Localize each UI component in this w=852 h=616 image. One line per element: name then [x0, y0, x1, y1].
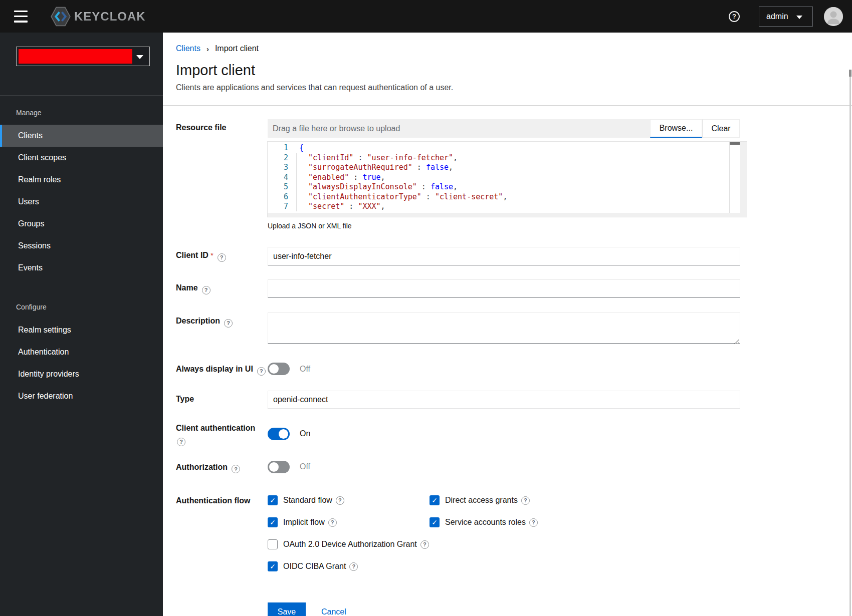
help-icon[interactable] — [232, 465, 240, 473]
always-display-row: Always display in UI Off — [176, 361, 852, 376]
cancel-link[interactable]: Cancel — [321, 607, 346, 616]
code-line: 7 "secret" : "XXX", — [268, 202, 740, 212]
realm-selector-dropdown[interactable] — [16, 47, 150, 66]
nav-section: ManageClientsClient scopesRealm rolesUse… — [0, 109, 163, 279]
clear-button[interactable]: Clear — [702, 119, 740, 138]
help-icon[interactable] — [729, 11, 740, 22]
help-icon[interactable] — [349, 562, 358, 571]
import-client-form: Resource file Browse... Clear 1{2 "clien… — [163, 106, 852, 616]
checkbox-label: Service accounts roles — [445, 518, 526, 527]
sidebar-item-user-federation[interactable]: User federation — [0, 385, 163, 407]
help-icon[interactable] — [202, 286, 210, 294]
sidebar-item-realm-roles[interactable]: Realm roles — [0, 169, 163, 191]
always-display-state: Off — [300, 365, 310, 374]
browse-button[interactable]: Browse... — [650, 119, 702, 138]
sidebar-item-sessions[interactable]: Sessions — [0, 235, 163, 257]
code-editor-surface[interactable]: 1{2 "clientId" : "user-info-fetcher",3 "… — [268, 142, 740, 213]
nav-toggle-icon[interactable] — [14, 11, 29, 23]
help-icon[interactable] — [336, 496, 344, 505]
authorization-state: Off — [300, 462, 310, 471]
sidebar-item-realm-settings[interactable]: Realm settings — [0, 319, 163, 341]
brand-text: KEYCLOAK — [74, 10, 146, 24]
code-editor[interactable]: 1{2 "clientId" : "user-info-fetcher",3 "… — [268, 142, 747, 217]
required-asterisk: * — [210, 251, 214, 259]
type-label: Type — [176, 395, 194, 403]
sidebar-item-authentication[interactable]: Authentication — [0, 341, 163, 363]
sidebar: ManageClientsClient scopesRealm rolesUse… — [0, 33, 163, 616]
nav-section: ConfigureRealm settingsAuthenticationIde… — [0, 303, 163, 407]
line-number: 6 — [268, 192, 288, 202]
breadcrumb-clients-link[interactable]: Clients — [176, 44, 200, 53]
file-upload-input[interactable] — [268, 119, 650, 138]
always-display-toggle[interactable] — [268, 363, 290, 375]
help-icon[interactable] — [218, 253, 226, 262]
authentication-flow-label: Authentication flow — [176, 496, 250, 505]
client-id-input[interactable] — [268, 247, 740, 265]
avatar[interactable] — [824, 7, 843, 26]
user-menu-label: admin — [766, 12, 788, 21]
code-line: 6 "clientAuthenticatorType" : "client-se… — [268, 192, 740, 202]
help-icon[interactable] — [420, 540, 429, 549]
sidebar-nav: ManageClientsClient scopesRealm rolesUse… — [0, 109, 163, 407]
type-input[interactable] — [268, 391, 740, 409]
sidebar-item-identity-providers[interactable]: Identity providers — [0, 363, 163, 385]
editor-scrollbar-thumb[interactable] — [730, 142, 740, 145]
checkbox-checked-icon[interactable] — [268, 517, 278, 527]
chevron-down-icon — [136, 52, 143, 61]
type-row: Type — [176, 391, 852, 409]
help-icon[interactable] — [529, 518, 538, 527]
line-number: 2 — [268, 153, 288, 163]
breadcrumb: Clients Import client — [176, 44, 752, 53]
resource-file-label: Resource file — [176, 123, 226, 132]
page-subtitle: Clients are applications and services th… — [176, 83, 752, 92]
help-icon[interactable] — [224, 319, 233, 328]
client-authentication-toggle[interactable] — [268, 428, 290, 440]
name-input[interactable] — [268, 279, 740, 298]
always-display-label: Always display in UI — [176, 365, 253, 373]
upload-helper-text: Upload a JSON or XML file — [268, 222, 740, 230]
help-icon[interactable] — [257, 367, 266, 376]
help-icon[interactable] — [177, 438, 185, 446]
checkbox-checked-icon[interactable] — [268, 495, 278, 505]
page-scrollbar[interactable] — [849, 77, 851, 616]
chevron-right-icon — [206, 45, 209, 53]
checkbox-direct-access-grants[interactable]: Direct access grants — [430, 495, 740, 505]
help-icon[interactable] — [328, 518, 337, 527]
checkbox-checked-icon[interactable] — [430, 517, 440, 527]
checkbox-unchecked-icon[interactable] — [268, 539, 278, 549]
checkbox-standard-flow[interactable]: Standard flow — [268, 495, 430, 505]
checkbox-implicit-flow[interactable]: Implicit flow — [268, 517, 430, 527]
client-authentication-row: Client authentication On — [176, 420, 852, 446]
authorization-row: Authorization Off — [176, 459, 852, 474]
code-line: 4 "enabled" : true, — [268, 173, 740, 183]
authentication-flow-row: Authentication flow Standard flowDirect … — [176, 492, 852, 571]
keycloak-logo: KEYCLOAK — [50, 6, 146, 27]
authorization-toggle[interactable] — [268, 461, 290, 473]
checkbox-checked-icon[interactable] — [268, 561, 278, 571]
checkbox-oauth-2-0-device-authorization-grant[interactable]: OAuth 2.0 Device Authorization Grant — [268, 539, 740, 549]
sidebar-item-events[interactable]: Events — [0, 257, 163, 279]
checkbox-checked-icon[interactable] — [430, 495, 440, 505]
checkbox-label: Implicit flow — [283, 518, 325, 527]
line-number: 7 — [268, 202, 288, 212]
checkbox-label: OIDC CIBA Grant — [283, 562, 346, 571]
code-line: 2 "clientId" : "user-info-fetcher", — [268, 153, 740, 163]
client-id-label: Client ID — [176, 251, 208, 259]
checkbox-oidc-ciba-grant[interactable]: OIDC CIBA Grant — [268, 561, 740, 571]
sidebar-item-clients[interactable]: Clients — [0, 125, 163, 147]
page-title: Import client — [176, 62, 752, 79]
keycloak-admin-console: KEYCLOAK admin ManageClien — [0, 0, 852, 616]
description-textarea[interactable] — [268, 313, 740, 344]
editor-scrollbar[interactable] — [729, 142, 740, 213]
authorization-label: Authorization — [176, 463, 228, 471]
help-icon[interactable] — [521, 496, 530, 505]
sidebar-item-client-scopes[interactable]: Client scopes — [0, 147, 163, 169]
sidebar-item-groups[interactable]: Groups — [0, 213, 163, 235]
code-line: 3 "surrogateAuthRequired" : false, — [268, 163, 740, 173]
user-menu-dropdown[interactable]: admin — [759, 7, 813, 27]
sidebar-item-users[interactable]: Users — [0, 191, 163, 213]
resource-file-field: Browse... Clear 1{2 "clientId" : "user-i… — [268, 119, 740, 230]
checkbox-service-accounts-roles[interactable]: Service accounts roles — [430, 517, 740, 527]
save-button[interactable]: Save — [268, 602, 306, 616]
client-authentication-state: On — [300, 429, 310, 438]
